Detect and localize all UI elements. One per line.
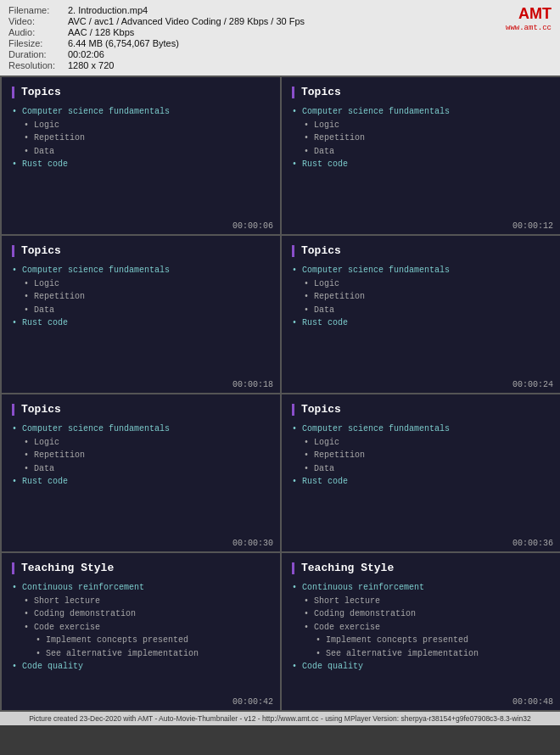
- list-item: Rust code: [292, 475, 550, 489]
- video-value: AVC / avc1 / Advanced Video Coding / 289…: [68, 16, 552, 26]
- thumb-content-4: Computer science fundamentalsLogicRepeti…: [292, 264, 550, 376]
- list-item: Data: [12, 462, 270, 476]
- thumbnail-3: TopicsComputer science fundamentalsLogic…: [2, 236, 280, 393]
- title-bar-accent: [292, 562, 294, 574]
- list-item: Rust code: [292, 316, 550, 330]
- thumbnail-7: Teaching StyleContinuous reinforcementSh…: [2, 553, 280, 710]
- list-item: Repetition: [12, 131, 270, 145]
- thumb-content-1: Computer science fundamentalsLogicRepeti…: [12, 105, 270, 217]
- thumb-timestamp-2: 00:00:12: [512, 221, 553, 231]
- list-item: See alternative implementation: [12, 647, 270, 661]
- duration-label: Duration:: [8, 49, 68, 59]
- list-item: Computer science fundamentals: [12, 264, 270, 277]
- list-item: Computer science fundamentals: [292, 422, 550, 436]
- list-item: See alternative implementation: [292, 647, 550, 661]
- list-item: Repetition: [292, 449, 550, 462]
- list-item: Continuous reinforcement: [12, 581, 270, 595]
- list-item: Logic: [12, 119, 270, 132]
- thumb-timestamp-3: 00:00:18: [232, 380, 273, 389]
- thumbnail-2: TopicsComputer science fundamentalsLogic…: [282, 77, 560, 234]
- title-bar-accent: [12, 245, 14, 257]
- title-bar-accent: [12, 562, 14, 574]
- list-item: Data: [12, 145, 270, 159]
- thumb-title-3: Topics: [12, 244, 270, 257]
- list-item: Rust code: [292, 158, 550, 171]
- footer-bar: Picture created 23-Dec-2020 with AMT - A…: [0, 712, 560, 725]
- list-item: Computer science fundamentals: [12, 422, 270, 436]
- title-bar-accent: [292, 404, 294, 416]
- thumbnails-grid: TopicsComputer science fundamentalsLogic…: [0, 76, 560, 712]
- list-item: Repetition: [12, 449, 270, 462]
- thumb-timestamp-4: 00:00:24: [512, 380, 553, 389]
- list-item: Implement concepts presented: [12, 634, 270, 647]
- list-item: Code exercise: [292, 621, 550, 635]
- thumb-timestamp-7: 00:00:42: [232, 697, 273, 707]
- thumb-title-4: Topics: [292, 244, 550, 257]
- thumbnail-1: TopicsComputer science fundamentalsLogic…: [2, 77, 280, 234]
- thumb-title-5: Topics: [12, 403, 270, 416]
- list-item: Continuous reinforcement: [292, 581, 550, 595]
- thumb-title-1: Topics: [12, 86, 270, 98]
- list-item: Rust code: [12, 158, 270, 171]
- thumbnail-4: TopicsComputer science fundamentalsLogic…: [282, 236, 560, 393]
- thumb-timestamp-8: 00:00:48: [512, 697, 553, 707]
- video-label: Video:: [8, 16, 68, 26]
- list-item: Computer science fundamentals: [292, 105, 550, 119]
- list-item: Coding demonstration: [292, 607, 550, 621]
- list-item: Data: [292, 304, 550, 317]
- thumbnail-6: TopicsComputer science fundamentalsLogic…: [282, 394, 560, 551]
- thumb-content-3: Computer science fundamentalsLogicRepeti…: [12, 264, 270, 376]
- list-item: Code quality: [292, 660, 550, 674]
- list-item: Logic: [292, 436, 550, 450]
- filename-label: Filename:: [8, 5, 68, 15]
- list-item: Repetition: [292, 290, 550, 304]
- list-item: Short lecture: [12, 595, 270, 608]
- thumb-content-7: Continuous reinforcementShort lectureCod…: [12, 581, 270, 693]
- thumb-timestamp-1: 00:00:06: [232, 221, 273, 231]
- thumb-title-8: Teaching Style: [292, 562, 550, 574]
- list-item: Data: [292, 462, 550, 476]
- list-item: Rust code: [12, 316, 270, 330]
- audio-value: AAC / 128 Kbps: [68, 27, 552, 37]
- audio-label: Audio:: [8, 27, 68, 37]
- filesize-label: Filesize:: [8, 38, 68, 48]
- footer-text: Picture created 23-Dec-2020 with AMT - A…: [29, 714, 531, 723]
- list-item: Code quality: [12, 660, 270, 674]
- list-item: Logic: [292, 277, 550, 291]
- list-item: Repetition: [12, 290, 270, 304]
- list-item: Repetition: [292, 131, 550, 145]
- list-item: Data: [292, 145, 550, 159]
- thumbnail-8: Teaching StyleContinuous reinforcementSh…: [282, 553, 560, 710]
- title-bar-accent: [12, 87, 14, 98]
- filesize-value: 6.44 MB (6,754,067 Bytes): [68, 38, 552, 48]
- thumb-timestamp-5: 00:00:30: [232, 539, 273, 548]
- list-item: Code exercise: [12, 621, 270, 635]
- file-info-panel: Filename: 2. Introduction.mp4 Video: AVC…: [0, 0, 560, 76]
- list-item: Logic: [12, 436, 270, 450]
- resolution-label: Resolution:: [8, 60, 68, 70]
- list-item: Implement concepts presented: [292, 634, 550, 647]
- thumbnail-5: TopicsComputer science fundamentalsLogic…: [2, 394, 280, 551]
- thumb-title-6: Topics: [292, 403, 550, 416]
- amt-logo: AMT: [518, 5, 552, 23]
- list-item: Computer science fundamentals: [292, 264, 550, 277]
- thumb-content-8: Continuous reinforcementShort lectureCod…: [292, 581, 550, 693]
- list-item: Rust code: [12, 475, 270, 489]
- title-bar-accent: [292, 87, 294, 98]
- filename-value: 2. Introduction.mp4: [68, 5, 552, 15]
- duration-value: 00:02:06: [68, 49, 552, 59]
- title-bar-accent: [292, 245, 294, 257]
- title-bar-accent: [12, 404, 14, 416]
- thumb-title-2: Topics: [292, 86, 550, 98]
- thumb-content-2: Computer science fundamentalsLogicRepeti…: [292, 105, 550, 217]
- resolution-value: 1280 x 720: [68, 60, 552, 70]
- thumb-title-7: Teaching Style: [12, 562, 270, 574]
- list-item: Logic: [292, 119, 550, 132]
- list-item: Logic: [12, 277, 270, 291]
- list-item: Data: [12, 304, 270, 317]
- list-item: Coding demonstration: [12, 607, 270, 621]
- thumb-timestamp-6: 00:00:36: [512, 539, 553, 548]
- list-item: Computer science fundamentals: [12, 105, 270, 119]
- list-item: Short lecture: [292, 595, 550, 608]
- thumb-content-6: Computer science fundamentalsLogicRepeti…: [292, 422, 550, 534]
